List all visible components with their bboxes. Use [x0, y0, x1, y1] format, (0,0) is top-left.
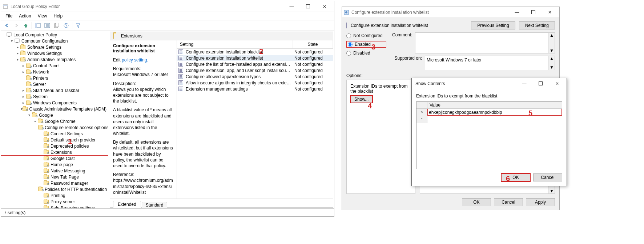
- show-contents-dialog: Show Contents — ✕ Extension IDs to exemp…: [411, 78, 567, 186]
- annotation-4: 4: [368, 102, 372, 110]
- tree-item[interactable]: Configure remote access options: [1, 124, 108, 131]
- edit-policy-link[interactable]: policy setting.: [122, 57, 148, 63]
- policy-apply-button[interactable]: Apply: [526, 198, 555, 206]
- setting-row[interactable]: Extension management settingsNot configu…: [177, 86, 333, 92]
- tree-item[interactable]: Proxy server: [1, 199, 108, 205]
- menu-file[interactable]: File: [3, 13, 15, 19]
- help-button[interactable]: ?: [62, 21, 71, 30]
- tree-item[interactable]: Deprecated policies: [1, 143, 108, 149]
- tree-item[interactable]: Default search provider: [1, 137, 108, 143]
- tree-item[interactable]: Safe Browsing settings: [1, 205, 108, 208]
- tree-item[interactable]: Content Settings: [1, 131, 108, 137]
- tree-item[interactable]: Password manager: [1, 180, 108, 186]
- tree-item[interactable]: ▾Computer Configuration: [1, 38, 108, 44]
- row-indicator-new: *: [416, 116, 427, 123]
- up-button[interactable]: [21, 21, 30, 30]
- gpedit-window: Local Group Policy Editor — ✕ File Actio…: [1, 1, 334, 217]
- tree-item[interactable]: Printers: [1, 75, 108, 81]
- show-hide-tree-button[interactable]: [33, 21, 42, 30]
- filter-button[interactable]: [74, 21, 82, 30]
- tree-item[interactable]: ▾Google: [1, 112, 108, 118]
- menu-view[interactable]: View: [35, 13, 50, 19]
- tree-item[interactable]: ▸Start Menu and Taskbar: [1, 87, 108, 93]
- previous-setting-button[interactable]: Previous Setting: [471, 21, 515, 29]
- grid-col-value[interactable]: Value: [427, 102, 562, 108]
- svg-rect-16: [16, 42, 18, 43]
- setting-row[interactable]: Allow insecure algorithms in integrity c…: [177, 80, 333, 86]
- policy-close-button[interactable]: ✕: [542, 7, 558, 17]
- tree-item[interactable]: ▸Software Settings: [1, 44, 108, 50]
- tree-item[interactable]: New Tab Page: [1, 174, 108, 180]
- list-header: Setting State: [177, 40, 333, 49]
- forward-button[interactable]: [12, 21, 21, 30]
- maximize-button[interactable]: [300, 1, 316, 12]
- tree-item[interactable]: ▸System: [1, 93, 108, 100]
- annotation-6: 6: [506, 175, 510, 183]
- sc-minimize-button[interactable]: —: [516, 79, 532, 89]
- setting-row[interactable]: Configure extension installation whiteli…: [177, 55, 333, 61]
- radio-enabled[interactable]: Enabled: [346, 41, 386, 48]
- policy-icon: [343, 9, 349, 15]
- tree-item[interactable]: ▾Google Chrome: [1, 118, 108, 124]
- menu-action[interactable]: Action: [16, 13, 34, 19]
- tab-extended[interactable]: Extended: [113, 201, 141, 208]
- policy-minimize-button[interactable]: —: [509, 7, 525, 17]
- radio-disabled[interactable]: Disabled: [346, 51, 386, 56]
- col-state[interactable]: State: [293, 40, 333, 48]
- tab-standard[interactable]: Standard: [142, 202, 168, 208]
- settings-list: Setting State Configure extension instal…: [177, 40, 333, 199]
- setting-row[interactable]: Configure the list of force-installed ap…: [177, 61, 333, 67]
- grid-cell-value[interactable]: ehkepjiconegkhpodgoaeamnpckdbblp: [427, 109, 562, 116]
- sc-ok-button[interactable]: OK: [501, 173, 530, 181]
- tree-item[interactable]: Home page: [1, 161, 108, 168]
- svg-rect-19: [532, 11, 535, 14]
- sc-close-button[interactable]: ✕: [549, 79, 565, 89]
- setting-row[interactable]: Configure extension, app, and user scrip…: [177, 67, 333, 73]
- sc-title: Show Contents: [413, 81, 516, 86]
- svg-rect-10: [56, 23, 59, 27]
- tree-item[interactable]: ▾Classic Administrative Templates (ADM): [1, 106, 108, 112]
- sc-maximize-button[interactable]: [532, 79, 549, 89]
- tree-item[interactable]: ▸Control Panel: [1, 63, 108, 69]
- col-setting[interactable]: Setting: [177, 40, 293, 48]
- setting-row[interactable]: Configure extension installation blackli…: [177, 49, 333, 55]
- comment-field[interactable]: ▲▼: [415, 32, 555, 53]
- export-button[interactable]: [52, 21, 61, 30]
- policy-maximize-button[interactable]: [525, 7, 542, 17]
- tree-item[interactable]: Printing: [1, 192, 108, 199]
- status-text: 7 setting(s): [4, 210, 25, 215]
- svg-rect-4: [35, 23, 37, 28]
- svg-rect-20: [539, 82, 543, 85]
- option-text: Extension IDs to exempt from the blackli…: [350, 84, 411, 94]
- tree-item[interactable]: Native Messaging: [1, 168, 108, 174]
- back-button[interactable]: [3, 21, 11, 30]
- tree-item[interactable]: Google Cast: [1, 155, 108, 161]
- next-setting-button[interactable]: Next Setting: [519, 21, 555, 29]
- tree-item[interactable]: ▸Network: [1, 69, 108, 75]
- content-header-label: Extensions: [121, 33, 142, 39]
- radio-not-configured[interactable]: Not Configured: [346, 33, 386, 38]
- policy-titlebar: Configure extension installation whiteli…: [342, 7, 559, 18]
- svg-rect-13: [7, 33, 11, 36]
- nav-tree[interactable]: Local Computer Policy▾Computer Configura…: [1, 31, 108, 208]
- policy-ok-button[interactable]: OK: [462, 198, 491, 206]
- tree-item[interactable]: Policies for HTTP authentication: [1, 186, 108, 192]
- policy-cancel-button[interactable]: Cancel: [494, 198, 523, 206]
- scrollbar[interactable]: ▲▼: [548, 33, 555, 53]
- tree-item[interactable]: ▸Windows Components: [1, 100, 108, 106]
- menu-help[interactable]: Help: [51, 13, 66, 19]
- tree-item[interactable]: Server: [1, 81, 108, 87]
- grid-cell-empty[interactable]: [427, 116, 562, 123]
- close-button[interactable]: ✕: [316, 1, 333, 12]
- tree-item[interactable]: Extensions: [1, 149, 108, 155]
- minimize-button[interactable]: —: [283, 1, 300, 12]
- options-label: Options:: [346, 73, 415, 78]
- setting-row[interactable]: Configure allowed app/extension typesNot…: [177, 73, 333, 80]
- scrollbar[interactable]: ▲▼: [548, 56, 555, 70]
- svg-text:?: ?: [65, 23, 68, 28]
- tree-item[interactable]: ▸Windows Settings: [1, 50, 108, 56]
- tree-item[interactable]: ▾Administrative Templates: [1, 56, 108, 63]
- properties-button[interactable]: [43, 21, 52, 30]
- value-grid[interactable]: Value ✎ ehkepjiconegkhpodgoaeamnpckdbblp…: [416, 101, 562, 169]
- sc-cancel-button[interactable]: Cancel: [533, 173, 562, 181]
